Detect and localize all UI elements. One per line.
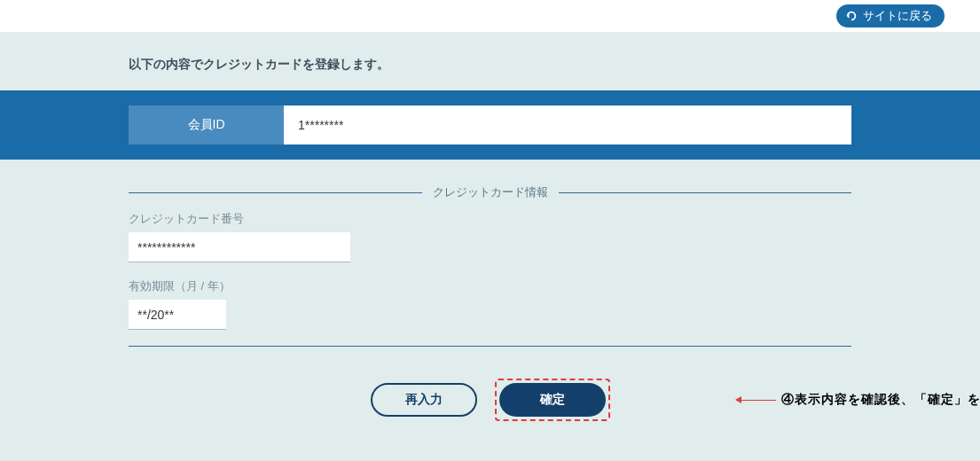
card-number-value: ************ bbox=[129, 232, 350, 262]
return-label: サイトに戻る bbox=[863, 8, 932, 24]
card-number-label: クレジットカード番号 bbox=[129, 211, 851, 227]
button-row: 再入力 確定 ④表示内容を確認後、「確定」をクリック bbox=[129, 379, 851, 421]
expiry-label: 有効期限（月 / 年） bbox=[129, 278, 851, 294]
member-id-value: 1******** bbox=[284, 105, 851, 145]
section-title: クレジットカード情報 bbox=[422, 184, 559, 200]
annotation-group: ④表示内容を確認後、「確定」をクリック bbox=[741, 392, 980, 408]
confirm-button[interactable]: 確定 bbox=[499, 383, 606, 417]
arrow-head-icon bbox=[735, 396, 741, 403]
expiry-group: 有効期限（月 / 年） **/20** bbox=[129, 278, 851, 330]
confirm-label: 確定 bbox=[540, 392, 565, 408]
expiry-value: **/20** bbox=[129, 300, 226, 330]
member-id-band: 会員ID 1******** bbox=[0, 90, 980, 160]
intro-text: 以下の内容でクレジットカードを登録します。 bbox=[0, 32, 980, 90]
main-area: 以下の内容でクレジットカードを登録します。 会員ID 1******** クレジ… bbox=[0, 32, 980, 461]
section-header: クレジットカード情報 bbox=[129, 184, 851, 200]
confirm-highlight-box: 確定 bbox=[495, 379, 610, 421]
reenter-button[interactable]: 再入力 bbox=[371, 383, 477, 417]
annotation-text: ④表示内容を確認後、「確定」をクリック bbox=[781, 392, 980, 408]
divider-line bbox=[129, 346, 851, 347]
card-number-group: クレジットカード番号 ************ bbox=[129, 211, 851, 262]
reenter-label: 再入力 bbox=[405, 392, 443, 408]
card-info-section: クレジットカード情報 クレジットカード番号 ************ 有効期限（… bbox=[0, 160, 980, 421]
return-icon bbox=[845, 10, 858, 22]
annotation-arrow bbox=[741, 400, 776, 401]
member-id-label: 会員ID bbox=[129, 105, 284, 145]
divider-line bbox=[129, 192, 422, 193]
divider-line bbox=[559, 192, 852, 193]
return-to-site-button[interactable]: サイトに戻る bbox=[836, 4, 945, 27]
top-bar: サイトに戻る bbox=[0, 0, 980, 32]
